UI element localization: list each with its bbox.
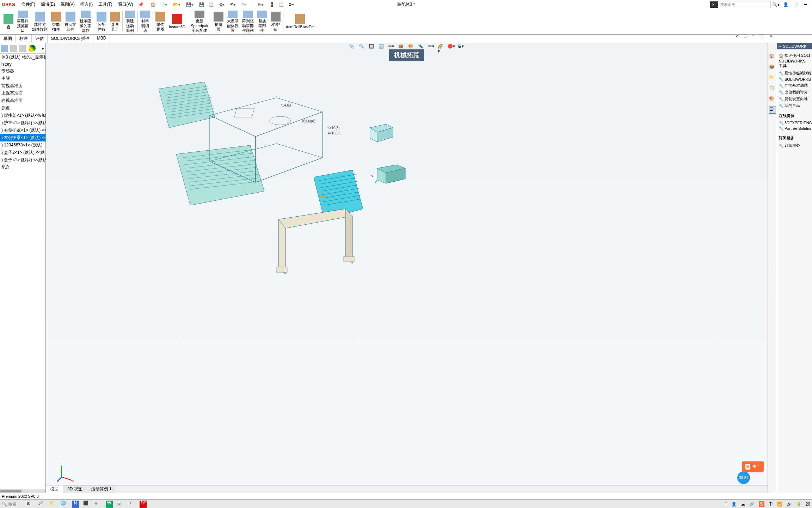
win-close-icon[interactable]: ✕ [769,34,774,38]
undo-icon[interactable]: ↶▾ [230,2,237,7]
menu-file[interactable]: 文件(F) [19,1,38,8]
home-side-icon[interactable]: 🏠 [769,54,776,61]
ribbon-preview[interactable]: 零部件预览窗口 [15,10,30,34]
eye-icon[interactable]: 👁▾ [428,44,435,51]
right-link[interactable]: 🔧我的产品 [779,102,810,109]
ribbon-show-hide[interactable]: 显示隐藏的零部件 [78,10,93,34]
ribbon-replace[interactable]: 替换零部件 [256,10,269,34]
tray-icon1[interactable]: 👤 [731,502,737,507]
right-link[interactable]: 🔧3DEXPERIENCE M [779,120,810,126]
ribbon-motion[interactable]: 新建运动算例 [123,10,137,34]
user-icon[interactable]: 👤 [783,2,788,7]
ribbon-rollback[interactable]: AsmRollBackErr [284,10,316,34]
tree-item[interactable]: 专感器 [0,67,45,75]
redo-icon[interactable]: ↷▾ [241,2,248,7]
app2-icon[interactable]: ⬛ [83,501,90,508]
box-side-icon[interactable]: 📦 [769,64,776,71]
tree-item[interactable]: istory [0,61,45,67]
ribbon-instant3d[interactable]: Instant3D [167,10,187,34]
edge-icon[interactable]: 🌐 [61,501,68,508]
traffic-icon[interactable]: 🚦 [269,2,275,7]
scene-icon[interactable]: 🌈▾ [438,44,445,51]
minimize-icon[interactable]: ━ [804,2,807,7]
tree-item[interactable]: ) 盒子<1> (默认) <<默认 [0,156,45,164]
tab-evaluate[interactable]: 评估 [32,35,48,43]
tray-time[interactable]: 20 [806,502,810,507]
3d-viewport[interactable]: 📎 🔍 🔲 🔄 ✂▾ 📦▾ 🎨▾ 🔦▾ 👁▾ 🌈▾ 🔴▾ 🖥▾ 机械拓荒 [46,43,768,493]
tab-annotate[interactable]: 标注 [16,35,32,43]
color-tab-icon[interactable] [29,45,36,52]
select-icon[interactable]: 🖱▾ [257,2,265,7]
excel-icon[interactable]: 📊 [117,501,124,508]
pin-icon[interactable]: 📌 [138,2,143,7]
solidworks-icon[interactable]: SW [140,501,147,508]
tab-mbd[interactable]: MBD [93,35,110,43]
tray-wifi-icon[interactable]: 📶 [777,502,782,507]
fit-icon[interactable]: 🔲 [369,44,376,51]
tree-item[interactable]: ) 焊接架<1> (默认<按加 [0,112,45,119]
tab-motion[interactable]: 运动算例 1 [87,485,116,493]
tree-scrollbar[interactable] [0,489,45,493]
tree-item[interactable]: 右视基准面 [0,97,45,104]
tree-item[interactable]: ) 左侧护罩<1> (默认) << [0,134,45,141]
list-icon[interactable]: 📋 [279,2,284,7]
props-tab-icon[interactable] [19,45,26,52]
win-popout-icon[interactable]: ⬈ [735,34,740,38]
ribbon-explode[interactable]: 爆炸视图 [154,10,167,34]
taskbar-search-input[interactable] [8,502,23,506]
tray-volume-icon[interactable]: 🔊 [787,502,792,507]
app1-icon[interactable]: N [72,501,79,508]
right-link[interactable]: 🔧性能基准测试 [779,82,810,89]
tray-chevron-icon[interactable]: ˄ [725,502,727,507]
tray-icon3[interactable]: 🔗 [749,502,755,507]
tree-item[interactable]: 主解 [0,75,45,82]
tray-ime-icon[interactable]: 中 [769,501,773,507]
tray-icon2[interactable]: ☁ [741,502,745,507]
ribbon-bom[interactable]: 材料明细表 [139,10,152,34]
taskbar-search[interactable]: 🔍 [2,502,23,507]
menu-view[interactable]: 视图(V) [58,1,78,8]
right-link[interactable]: 🔧Partner Solutions [779,126,810,131]
right-link[interactable]: 🔧属性标签编制程序 [779,70,810,77]
app5-icon[interactable]: ✈ [128,501,135,508]
open-icon[interactable]: 📂▾ [173,2,182,7]
feature-tree[interactable]: 体3 (默认) <默认_显示状态istory专感器主解前视基准面上视基准面右视基… [0,54,45,489]
taskview-icon[interactable]: ⊞ [27,501,34,508]
right-link[interactable]: 🔧SOLIDWORKS Rx [779,77,810,82]
menu-insert[interactable]: 插入(I) [78,1,96,8]
settings-icon[interactable]: ⚙▾ [288,2,296,7]
cmd-icon[interactable]: >_ [710,1,718,8]
appearance-icon[interactable]: 🔴▾ [448,44,455,51]
win-restore-icon[interactable]: ❐ [761,34,765,38]
ribbon-belt[interactable]: 皮带/链 [269,10,282,34]
layers-tab-icon[interactable] [10,45,17,52]
tray-battery-icon[interactable]: 🔋 [796,502,801,507]
home-icon[interactable]: 🏠 [150,2,156,7]
tree-item[interactable]: ) 护罩<1> (默认) <<默认 [0,119,45,127]
ribbon-snapshot[interactable]: 拍快照 [212,10,225,34]
search-icon[interactable]: 🔍▾ [772,2,780,7]
monitor-icon[interactable]: 🖥▾ [457,44,465,51]
folder-side-icon[interactable]: 📁 [769,75,776,82]
search-input[interactable] [718,1,771,8]
ribbon-pattern[interactable]: 线性零部件阵列 [30,10,49,34]
menu-window[interactable]: 窗口(W) [115,1,136,8]
ribbon-assembly[interactable]: 合 [2,10,15,34]
palette-side-icon[interactable]: 🎨 [769,96,776,103]
tab-sketch[interactable]: 草图 [0,35,16,43]
list-side-icon[interactable]: ☰ [769,107,776,114]
menu-edit[interactable]: 编辑(E) [38,1,58,8]
expand-icon[interactable]: ▸ [41,46,45,51]
explorer-icon[interactable]: 📁 [49,501,56,508]
clipboard-side-icon[interactable]: 📋 [769,85,776,92]
tab-3dview[interactable]: 3D 视图 [63,485,87,493]
save-icon[interactable]: 💾▾ [186,2,195,7]
ribbon-ref[interactable]: 参考几... [108,10,122,34]
zoom-icon[interactable]: 🔍 [359,44,366,51]
tray-sogou-icon[interactable]: S [759,501,764,507]
tab-model[interactable]: 模型 [46,485,63,493]
welcome-link[interactable]: 🏠欢迎使用 SOLI [779,52,810,59]
save-all-icon[interactable]: 💾 [199,2,204,7]
right-link[interactable]: 🔧订阅服务 [779,142,810,149]
help-icon[interactable]: ❔ [794,2,799,7]
